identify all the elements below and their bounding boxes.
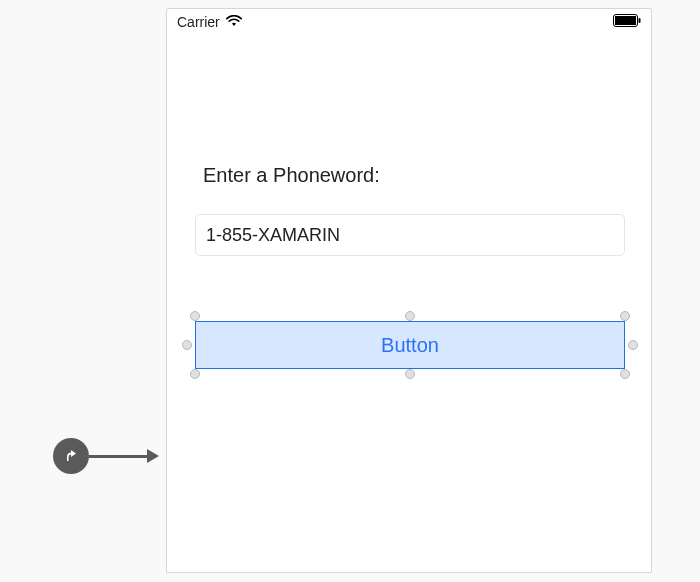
translate-button-label: Button <box>381 334 439 357</box>
status-bar: Carrier <box>167 9 651 35</box>
selection-handle-top-center[interactable] <box>405 311 415 321</box>
battery-icon <box>613 14 641 30</box>
phoneword-value: 1-855-XAMARIN <box>206 225 340 246</box>
status-bar-left: Carrier <box>177 14 242 30</box>
device-frame: Carrier Enter a Phoneword: <box>166 8 652 573</box>
svg-rect-1 <box>615 16 636 25</box>
canvas: Carrier Enter a Phoneword: <box>0 0 700 582</box>
selection-handle-bottom-left[interactable] <box>190 369 200 379</box>
translate-button-selection[interactable]: Button <box>195 321 625 369</box>
translate-button[interactable]: Button <box>195 321 625 369</box>
carrier-label: Carrier <box>177 14 220 30</box>
selection-handle-middle-left[interactable] <box>182 340 192 350</box>
selection-handle-middle-right[interactable] <box>628 340 638 350</box>
selection-handle-bottom-center[interactable] <box>405 369 415 379</box>
selection-handle-bottom-right[interactable] <box>620 369 630 379</box>
annotation-circle-icon <box>53 438 89 474</box>
svg-rect-2 <box>639 18 641 23</box>
annotation-arrow-line <box>89 455 147 458</box>
selection-handle-top-right[interactable] <box>620 311 630 321</box>
pointer-annotation <box>53 438 159 474</box>
wifi-icon <box>226 14 242 30</box>
phoneword-input[interactable]: 1-855-XAMARIN <box>195 214 625 256</box>
phoneword-label: Enter a Phoneword: <box>203 164 380 187</box>
annotation-arrow-head-icon <box>147 449 159 463</box>
selection-handle-top-left[interactable] <box>190 311 200 321</box>
